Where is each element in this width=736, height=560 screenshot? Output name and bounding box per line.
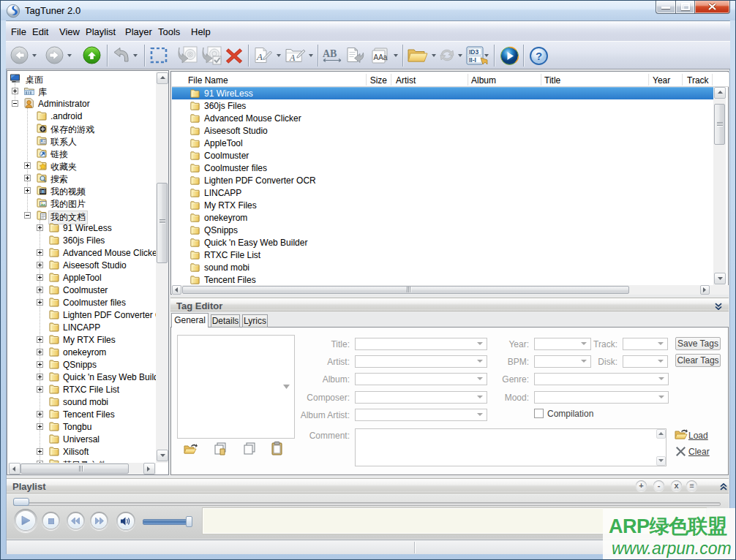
svg-text:AAa: AAa xyxy=(374,53,388,61)
svg-text:A: A xyxy=(289,53,296,63)
svg-text:II-I: II-I xyxy=(469,56,476,64)
svg-text:?: ? xyxy=(536,50,542,62)
svg-text:A: A xyxy=(256,51,263,62)
svg-text:ID3: ID3 xyxy=(469,48,479,56)
svg-text:AB: AB xyxy=(323,48,337,59)
